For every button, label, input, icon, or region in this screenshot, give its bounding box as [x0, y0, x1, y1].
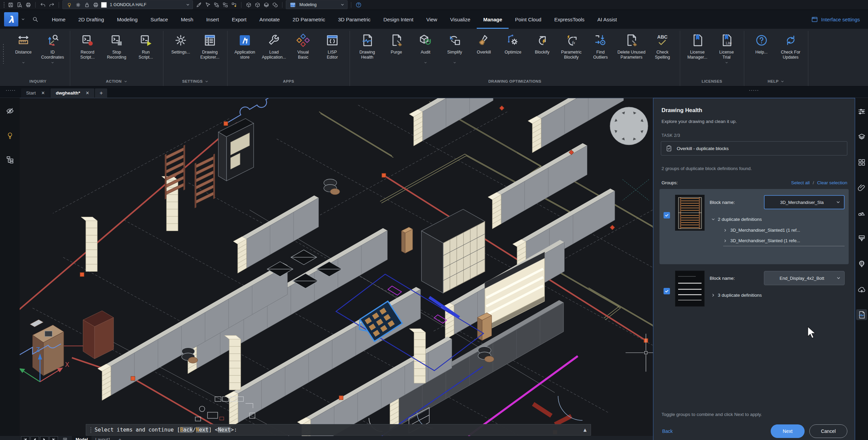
cube-icon[interactable]: [245, 1, 252, 8]
toolbar-grip[interactable]: [3, 2, 5, 8]
next-button[interactable]: Next: [771, 424, 805, 438]
ribbon-button[interactable]: IDCoordinates: [38, 31, 67, 65]
ribbon-grip[interactable]: [3, 43, 4, 64]
ribbon-button[interactable]: StopRecording: [102, 31, 131, 61]
document-tab[interactable]: Start ✕: [21, 88, 50, 98]
duplicate-definitions-toggle[interactable]: 3 duplicate definitions: [711, 293, 845, 298]
menu-tab[interactable]: 3D Parametric: [332, 10, 377, 29]
nav-prev-icon[interactable]: [31, 436, 39, 440]
layout-tab[interactable]: Layout1: [92, 436, 114, 440]
ribbon-button[interactable]: Lite LicenseTrial: [712, 31, 741, 65]
duplicate-group-card[interactable]: Block name: 3D_Merchandiser_Sla 2 duplic…: [659, 189, 849, 264]
chev-down-icon[interactable]: [186, 3, 190, 7]
group-checkbox[interactable]: [664, 212, 670, 218]
pencil-plus-icon[interactable]: [195, 1, 202, 8]
menu-tab[interactable]: Manage: [477, 10, 509, 29]
flower-icon[interactable]: [74, 1, 82, 8]
chev-down-icon[interactable]: [21, 17, 25, 21]
interface-settings-button[interactable]: Interface settings: [811, 16, 863, 23]
ribbon-button[interactable]: Settings...: [166, 31, 195, 61]
nav-first-icon[interactable]: [21, 436, 29, 440]
document-tab[interactable]: dwghealth* ✕: [51, 88, 94, 98]
block-name-dropdown[interactable]: End_Display_4x2_Bott: [764, 271, 845, 285]
menu-tab[interactable]: Visualize: [443, 10, 477, 29]
panel-grip[interactable]: [5, 90, 16, 91]
chev-down-icon[interactable]: [836, 200, 841, 205]
ribbon-button[interactable]: Optimize: [498, 31, 528, 61]
blocks-icon[interactable]: [856, 157, 867, 168]
panel-grip-right[interactable]: [749, 90, 759, 91]
expand-command-icon[interactable]: ▲: [584, 427, 587, 432]
menu-tab[interactable]: Design Intent: [377, 10, 420, 29]
chev-down-icon[interactable]: [22, 60, 25, 64]
menu-tab[interactable]: Annotate: [253, 10, 286, 29]
chev-down-icon[interactable]: [725, 60, 728, 64]
nav-next-icon[interactable]: [40, 436, 48, 440]
lock-icon[interactable]: [83, 1, 91, 8]
drawing-canvas[interactable]: Z Y X: [20, 98, 653, 436]
clear-selection-link[interactable]: Clear selection: [817, 180, 847, 185]
menu-tab[interactable]: Home: [45, 10, 72, 29]
command-line[interactable]: Select items and continue [Back/Next] <N…: [86, 424, 591, 436]
close-tab-icon[interactable]: ✕: [41, 90, 45, 96]
menu-tab[interactable]: Surface: [144, 10, 175, 29]
bulb-icon[interactable]: [4, 130, 15, 141]
layout-tab[interactable]: Model: [72, 436, 92, 440]
ribbon-button[interactable]: Check ForUpdates: [776, 31, 805, 61]
cube-layers-icon[interactable]: [262, 1, 270, 8]
ribbon-button[interactable]: FindOutliers: [586, 31, 615, 61]
menu-tab[interactable]: Mesh: [174, 10, 200, 29]
ribbon-button[interactable]: Help...: [747, 31, 776, 61]
ribbon-button[interactable]: LicenseManager...: [683, 31, 712, 61]
ribbon-button[interactable]: Simplify: [440, 31, 469, 65]
eye-off-icon[interactable]: [4, 105, 15, 116]
ribbon-button[interactable]: Applicationstore: [230, 31, 259, 61]
menu-tab[interactable]: Export: [225, 10, 253, 29]
color-swatch[interactable]: [101, 2, 107, 8]
close-tab-icon[interactable]: ✕: [85, 90, 89, 96]
printer-icon[interactable]: [92, 1, 99, 8]
menu-tab[interactable]: AI Assist: [591, 10, 624, 29]
paperclip-icon[interactable]: [856, 182, 867, 193]
menu-tab[interactable]: Insert: [200, 10, 225, 29]
balloon-icon[interactable]: [856, 258, 867, 269]
cube-stack-icon[interactable]: [271, 1, 279, 8]
chev-down-icon[interactable]: [424, 60, 427, 64]
hatch-icon[interactable]: [856, 233, 867, 244]
ribbon-button[interactable]: Blockify: [528, 31, 557, 61]
help-circle-icon[interactable]: [355, 1, 362, 8]
nav-last-icon[interactable]: [50, 436, 58, 440]
layers-icon[interactable]: [856, 131, 867, 142]
menu-tab[interactable]: ExpressTools: [548, 10, 591, 29]
select-all-link[interactable]: Select all: [791, 180, 810, 185]
doc-pulse-icon[interactable]: [856, 309, 867, 320]
workspace-switcher[interactable]: Modeling: [286, 0, 348, 9]
ribbon-button[interactable]: ABC CheckSpelling: [648, 31, 677, 61]
doc-search-icon[interactable]: [16, 1, 23, 8]
ribbon-button[interactable]: DrawingExplorer...: [195, 31, 224, 61]
sliders-icon[interactable]: [856, 106, 867, 117]
menu-tab[interactable]: Point Cloud: [509, 10, 548, 29]
structure-icon[interactable]: [4, 154, 15, 165]
ribbon-button[interactable]: DrawingHealth: [353, 31, 382, 61]
duplicate-definition-item[interactable]: 3D_Merchandiser_Slanted1 (1 ref...: [723, 225, 845, 235]
menu-tab[interactable]: Modeling: [111, 10, 144, 29]
new-layout-button[interactable]: +: [116, 437, 124, 440]
app-logo[interactable]: λ: [4, 12, 18, 26]
node-select-icon[interactable]: [221, 1, 229, 8]
ribbon-button[interactable]: LISPEditor: [318, 31, 347, 61]
duplicate-definition-item[interactable]: 3D_Merchandiser_Slanted (1 refe...: [723, 235, 845, 246]
node-bulb-icon[interactable]: [230, 1, 238, 8]
chev-down-icon[interactable]: [340, 3, 344, 7]
ribbon-button[interactable]: Purge: [382, 31, 411, 61]
ribbon-button[interactable]: VisualBasic: [289, 31, 318, 61]
group-checkbox[interactable]: [664, 288, 670, 294]
menu-tab[interactable]: 2D Drafting: [72, 10, 111, 29]
chev-down-icon[interactable]: [124, 80, 127, 83]
menu-tab[interactable]: 2D Parametric: [286, 10, 332, 29]
bulb-icon[interactable]: [65, 1, 73, 8]
chev-down-icon[interactable]: [836, 276, 841, 280]
chev-down-icon[interactable]: [453, 60, 456, 64]
materials-icon[interactable]: [856, 208, 867, 218]
cloud-up-icon[interactable]: [856, 284, 867, 295]
